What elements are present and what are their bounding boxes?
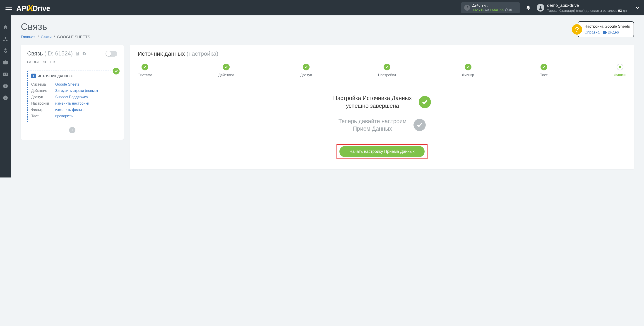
card-subtitle: GOOGLE SHEETS [27, 60, 117, 66]
crumb-links[interactable]: Связи [41, 35, 52, 39]
wizard-subtitle: (настройка) [186, 50, 218, 57]
step-test[interactable]: Тест [540, 64, 548, 77]
card-title: Связь [27, 50, 43, 56]
help-doc-link[interactable]: Справка [584, 30, 600, 34]
check-icon [419, 96, 431, 108]
wizard-card: Источник данных (настройка) Система Дейс… [130, 45, 634, 169]
crumb-home[interactable]: Главная [21, 35, 36, 39]
actions-counter[interactable]: i Действия: 142'719 из 1'000'000 (149 [461, 2, 520, 13]
nav-connections-icon[interactable] [3, 36, 8, 42]
row-key-settings: Настройки [31, 100, 55, 107]
success-line2: успешно завершена [346, 102, 399, 109]
menu-toggle-button[interactable] [6, 4, 12, 11]
check-pending-icon [414, 119, 426, 131]
next-line1: Теперь давайте настроим [338, 118, 406, 124]
success-message: Настройка Источника Данныхуспешно заверш… [138, 94, 626, 110]
help-title: Настройка Google Sheets [584, 24, 630, 30]
tariff-days: 93 [618, 8, 622, 12]
next-message: Теперь давайте настроимПрием Данных [138, 118, 626, 133]
row-key-action: Действие [31, 88, 55, 94]
video-icon [603, 31, 606, 34]
svg-text:?: ? [4, 96, 6, 100]
source-ok-badge [113, 68, 120, 74]
source-box: 1ИСТОЧНИК ДАННЫХ СистемаGoogle Sheets Де… [27, 70, 117, 124]
breadcrumb: Главная / Связи / GOOGLE SHEETS [21, 35, 90, 40]
page-content: Связь Главная / Связи / GOOGLE SHEETS ? … [11, 16, 644, 178]
wizard-title: Источник данных [138, 50, 185, 57]
step-filter[interactable]: Фильтр [462, 64, 474, 77]
row-val-settings[interactable]: изменить настройки [55, 100, 89, 107]
actions-total: 1'000'000 [490, 8, 504, 12]
help-video-link[interactable]: Видео [608, 30, 619, 34]
source-number: 1 [31, 74, 36, 78]
tariff-suffix: дн [622, 8, 626, 12]
wizard-steps: Система Действие Доступ Настройки Фильтр… [138, 64, 626, 77]
copy-icon[interactable] [76, 52, 79, 56]
top-bar: APIXDrive i Действия: 142'719 из 1'000'0… [0, 0, 644, 16]
row-val-access[interactable]: Support Поддержка [55, 94, 88, 100]
svg-point-0 [540, 6, 541, 8]
step-settings[interactable]: Настройки [378, 64, 396, 77]
step-access[interactable]: Доступ [300, 64, 312, 77]
row-val-test[interactable]: проверить [55, 113, 73, 119]
crumb-current: GOOGLE SHEETS [57, 35, 90, 39]
nav-briefcase-icon[interactable] [3, 60, 8, 65]
row-key-access: Доступ [31, 94, 55, 100]
row-val-system[interactable]: Google Sheets [55, 81, 79, 88]
connection-summary-card: Связь (ID: 61524) GOOGLE SHEETS 1ИСТОЧНИ… [21, 45, 124, 140]
tariff-text: Тариф |Стандарт| (new) до оплаты осталос… [547, 8, 618, 12]
actions-used: 142'719 [472, 8, 484, 12]
svg-rect-2 [4, 40, 5, 41]
row-val-filter[interactable]: изменить фильтр [55, 107, 84, 113]
actions-tail: (149 [505, 8, 512, 12]
svg-rect-3 [6, 40, 8, 41]
avatar-icon[interactable] [537, 4, 544, 12]
svg-rect-7 [6, 74, 7, 74]
step-system[interactable]: Система [138, 64, 152, 77]
user-block[interactable]: demo_apix-drive Тариф |Стандарт| (new) д… [547, 3, 633, 13]
step-finish[interactable]: Финиш [614, 64, 626, 77]
success-line1: Настройка Источника Данных [333, 95, 412, 101]
nav-contacts-icon[interactable] [3, 72, 8, 77]
nav-help-icon[interactable]: ? [3, 95, 8, 100]
side-nav: ? [0, 16, 11, 178]
next-line2: Прием Данных [353, 126, 392, 132]
page-title: Связь [21, 21, 90, 32]
start-destination-button[interactable]: Начать настройку Приема Данных [340, 146, 424, 157]
help-question-icon[interactable]: ? [572, 24, 582, 35]
help-panel: ? Настройка Google Sheets Справка, Видео [572, 21, 634, 37]
cta-highlight: Начать настройку Приема Данных [336, 144, 428, 159]
nav-video-icon[interactable] [3, 83, 8, 89]
source-box-title: ИСТОЧНИК ДАННЫХ [38, 74, 73, 78]
logo[interactable]: APIXDrive [16, 3, 50, 13]
gear-icon[interactable] [82, 52, 86, 56]
row-key-test: Тест [31, 113, 55, 119]
svg-rect-6 [6, 73, 7, 74]
username: demo_apix-drive [547, 3, 633, 8]
enable-toggle[interactable] [106, 51, 117, 56]
notifications-button[interactable] [526, 5, 531, 10]
step-action[interactable]: Действие [218, 64, 234, 77]
actions-label: Действия: [472, 4, 512, 8]
info-icon: i [464, 5, 470, 11]
user-menu-chevron-icon[interactable] [636, 6, 640, 9]
add-destination-button[interactable]: + [69, 127, 76, 133]
svg-rect-1 [5, 37, 6, 38]
card-id: (ID: 61524) [44, 50, 73, 56]
nav-home-icon[interactable] [3, 24, 8, 30]
svg-point-5 [4, 74, 5, 75]
nav-billing-icon[interactable] [3, 48, 8, 54]
actions-of: из [485, 8, 489, 12]
row-key-system: Система [31, 81, 55, 88]
row-val-action[interactable]: Загрузить строки (новые) [55, 88, 98, 94]
row-key-filter: Фильтр [31, 107, 55, 113]
